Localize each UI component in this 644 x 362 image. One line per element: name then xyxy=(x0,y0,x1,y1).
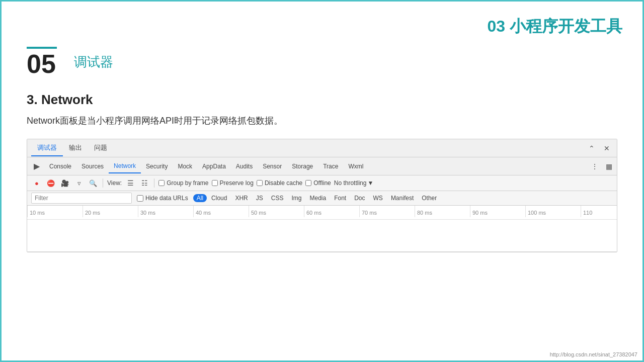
disable-cache-label[interactable]: Disable cache xyxy=(257,179,302,187)
devtools-top-icons: ⌃ ✕ xyxy=(586,142,613,154)
screenshot-button[interactable]: 🎥 xyxy=(59,177,70,189)
throttling-dropdown[interactable]: No throttling ▼ xyxy=(334,179,374,187)
preserve-log-label[interactable]: Preserve log xyxy=(212,179,254,187)
filter-type-manifest[interactable]: Manifest xyxy=(387,194,417,202)
filter-type-ws[interactable]: WS xyxy=(370,194,386,202)
offline-checkbox[interactable] xyxy=(305,180,311,186)
filter-type-other[interactable]: Other xyxy=(418,194,440,202)
preserve-log-checkbox[interactable] xyxy=(212,180,218,186)
view-grid-icon[interactable]: ☷ xyxy=(139,177,150,189)
throttling-chevron-icon: ▼ xyxy=(367,179,373,187)
disable-cache-checkbox[interactable] xyxy=(257,180,263,186)
devtools-timeline: 10 ms 20 ms 30 ms 40 ms 50 ms 60 ms 70 m… xyxy=(27,206,617,252)
devtools-panel: 调试器 输出 问题 ⌃ ✕ ▶ Console Sources Network … xyxy=(27,139,617,252)
filter-type-xhr[interactable]: XHR xyxy=(231,194,251,202)
filter-type-cloud[interactable]: Cloud xyxy=(208,194,230,202)
devtools-tab-trace[interactable]: Trace xyxy=(318,160,343,173)
devtools-tab-sensor[interactable]: Sensor xyxy=(258,160,287,173)
devtools-top-tab-bar: 调试器 输出 问题 ⌃ ✕ xyxy=(27,139,617,157)
devtools-top-tab-debugger[interactable]: 调试器 xyxy=(31,140,63,156)
timeline-tick-0: 10 ms xyxy=(27,206,83,217)
devtools-tab-audits[interactable]: Audits xyxy=(231,160,258,173)
hide-data-urls-text: Hide data URLs xyxy=(145,195,188,202)
bottom-url: http://blog.csdn.net/sinat_27382047 xyxy=(550,351,637,357)
toolbar-view-label: View: xyxy=(107,179,122,187)
filter-type-img[interactable]: Img xyxy=(288,194,305,202)
devtools-close-icon[interactable]: ✕ xyxy=(601,142,613,154)
timeline-ruler: 10 ms 20 ms 30 ms 40 ms 50 ms 60 ms 70 m… xyxy=(27,206,617,220)
offline-text: Offline xyxy=(313,179,331,187)
throttling-label: No throttling xyxy=(334,179,367,187)
devtools-toolbar: ● ⛔ 🎥 ▿ 🔍 View: ☰ ☷ Group by frame xyxy=(27,175,617,191)
devtools-cursor-icon[interactable]: ▶ xyxy=(29,159,44,174)
devtools-top-tab-output[interactable]: 输出 xyxy=(63,140,88,156)
devtools-tab-mock[interactable]: Mock xyxy=(173,160,197,173)
devtools-tab-network[interactable]: Network xyxy=(109,159,141,173)
filter-type-font[interactable]: Font xyxy=(331,194,350,202)
devtools-more-buttons: ⋮ ▦ xyxy=(589,160,615,172)
preserve-log-text: Preserve log xyxy=(220,179,254,187)
devtools-tab-sources[interactable]: Sources xyxy=(76,160,109,173)
view-list-icon[interactable]: ☰ xyxy=(125,177,136,189)
hide-data-urls-label[interactable]: Hide data URLs xyxy=(137,195,188,202)
filter-type-buttons: All Cloud XHR JS CSS Img Media Font Doc … xyxy=(193,194,441,202)
devtools-tab-security[interactable]: Security xyxy=(141,160,173,173)
slide-container: 03 小程序开发工具 05 调试器 3. Network Network面板是当… xyxy=(2,2,642,360)
group-by-frame-text: Group by frame xyxy=(167,179,208,187)
search-button[interactable]: 🔍 xyxy=(88,177,99,189)
group-by-frame-checkbox[interactable] xyxy=(158,180,165,186)
devtools-tab-storage[interactable]: Storage xyxy=(287,160,318,173)
filter-type-media[interactable]: Media xyxy=(306,194,330,202)
timeline-tick-5: 60 ms xyxy=(304,206,359,217)
timeline-tick-4: 50 ms xyxy=(249,206,304,217)
filter-type-all[interactable]: All xyxy=(193,194,207,202)
timeline-tick-1: 20 ms xyxy=(83,206,138,217)
content-description: Network面板是当小程序调用网络API时用于记录网络抓包数据。 xyxy=(27,115,617,127)
record-button[interactable]: ● xyxy=(31,177,42,189)
slide-title: 03 小程序开发工具 xyxy=(488,16,622,38)
offline-label[interactable]: Offline xyxy=(305,179,331,187)
devtools-main-tab-bar: ▶ Console Sources Network Security Mock … xyxy=(27,157,617,175)
timeline-tick-2: 30 ms xyxy=(138,206,193,217)
toolbar-separator-2 xyxy=(154,178,154,188)
timeline-tick-3: 40 ms xyxy=(193,206,249,217)
timeline-tick-10: 110 xyxy=(581,206,617,217)
filter-type-js[interactable]: JS xyxy=(253,194,267,202)
timeline-tick-9: 100 ms xyxy=(525,206,581,217)
timeline-tick-8: 90 ms xyxy=(470,206,525,217)
filter-type-css[interactable]: CSS xyxy=(268,194,287,202)
devtools-tab-wxml[interactable]: Wxml xyxy=(343,160,368,173)
stop-button[interactable]: ⛔ xyxy=(45,177,56,189)
group-by-frame-label[interactable]: Group by frame xyxy=(158,179,208,187)
devtools-dock-icon[interactable]: ▦ xyxy=(603,160,615,172)
devtools-tab-console[interactable]: Console xyxy=(44,160,76,173)
hide-data-urls-checkbox[interactable] xyxy=(137,195,143,202)
filter-button[interactable]: ▿ xyxy=(73,177,85,189)
devtools-tab-appdata[interactable]: AppData xyxy=(197,160,231,173)
timeline-tick-6: 70 ms xyxy=(359,206,415,217)
section-number-block: 05 调试器 xyxy=(27,47,617,77)
devtools-expand-icon[interactable]: ⌃ xyxy=(586,142,598,154)
section-title: 调试器 xyxy=(74,53,113,71)
timeline-tick-7: 80 ms xyxy=(415,206,470,217)
filter-input[interactable] xyxy=(31,193,132,204)
timeline-body xyxy=(27,220,617,252)
disable-cache-text: Disable cache xyxy=(265,179,302,187)
section-number: 05 xyxy=(27,51,56,77)
devtools-top-tab-issues[interactable]: 问题 xyxy=(88,140,113,156)
filter-type-doc[interactable]: Doc xyxy=(351,194,368,202)
devtools-more-icon[interactable]: ⋮ xyxy=(589,160,601,172)
toolbar-separator-1 xyxy=(103,178,103,188)
section-underline xyxy=(27,47,57,49)
filter-bar: Hide data URLs All Cloud XHR JS CSS Img … xyxy=(27,191,617,206)
content-heading: 3. Network xyxy=(27,92,617,108)
